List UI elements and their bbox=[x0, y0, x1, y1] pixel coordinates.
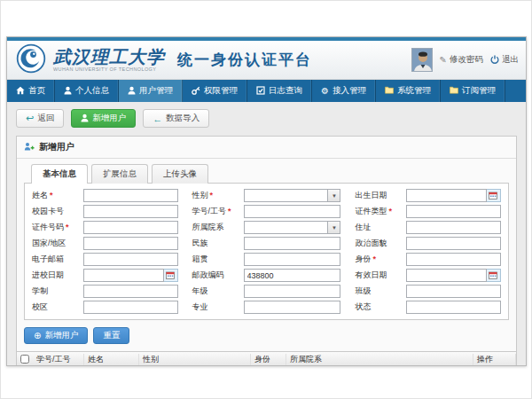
field-status: 状态* bbox=[355, 301, 501, 314]
reset-button[interactable]: 重置 bbox=[93, 327, 129, 344]
email-input[interactable] bbox=[83, 253, 178, 266]
power-icon bbox=[490, 55, 499, 66]
nav-tab-personal-info[interactable]: 个人信息 bbox=[55, 80, 119, 102]
back-button[interactable]: ↩ 返回 bbox=[16, 109, 64, 128]
basic-info-form: 姓名* 性别* ▼ 出生日期* 校园卡号* 学号/工号* bbox=[24, 183, 509, 320]
logout-link[interactable]: 退出 bbox=[490, 54, 519, 66]
nav-label: 权限管理 bbox=[204, 85, 238, 97]
user-plus-icon bbox=[81, 113, 89, 124]
add-user-submit-button[interactable]: ⊕ 新增用户 bbox=[24, 327, 88, 344]
ethnicity-input[interactable] bbox=[244, 237, 341, 250]
university-name-en: WUHAN UNIVERSITY OF TECHNOLOGY bbox=[53, 67, 165, 73]
field-campus: 校区* bbox=[32, 301, 178, 314]
class-input[interactable] bbox=[406, 285, 501, 298]
field-department: 所属院系* ▼ bbox=[192, 221, 341, 234]
calendar-icon[interactable] bbox=[487, 189, 501, 202]
clipboard-check-icon bbox=[256, 86, 265, 97]
form-actions: ⊕ 新增用户 重置 bbox=[17, 320, 516, 351]
back-arrow-icon: ↩ bbox=[26, 113, 34, 124]
name-input[interactable] bbox=[83, 189, 178, 202]
back-label: 返回 bbox=[37, 113, 54, 124]
nav-tab-user-management[interactable]: 用户管理 bbox=[119, 80, 183, 102]
nav-label: 首页 bbox=[28, 85, 45, 97]
add-user-label: 新增用户 bbox=[92, 113, 126, 124]
tab-upload-avatar[interactable]: 上传头像 bbox=[152, 164, 208, 184]
identity-input[interactable] bbox=[406, 253, 501, 266]
gender-select[interactable] bbox=[244, 189, 329, 202]
campus-input[interactable] bbox=[83, 301, 178, 314]
user-icon bbox=[64, 86, 72, 97]
student-id-input[interactable] bbox=[244, 205, 341, 218]
change-password-label: 修改密码 bbox=[450, 54, 483, 66]
chevron-down-icon[interactable]: ▼ bbox=[328, 221, 340, 234]
field-education-length: 学制* bbox=[32, 285, 178, 298]
grade-input[interactable] bbox=[244, 285, 341, 298]
nav-tab-home[interactable]: 首页 bbox=[7, 80, 55, 102]
field-grade: 年级* bbox=[192, 285, 341, 298]
field-id-type: 证件类型* bbox=[355, 205, 501, 218]
valid-date-input[interactable] bbox=[406, 269, 487, 282]
reset-label: 重置 bbox=[103, 330, 120, 341]
add-user-toolbar-button[interactable]: 新增用户 bbox=[71, 109, 136, 128]
field-identity: 身份* bbox=[355, 253, 501, 266]
native-place-input[interactable] bbox=[244, 253, 341, 266]
id-type-input[interactable] bbox=[406, 205, 501, 218]
major-input[interactable] bbox=[244, 301, 341, 314]
calendar-icon[interactable] bbox=[487, 269, 501, 282]
status-input[interactable] bbox=[406, 301, 501, 314]
nav-label: 个人信息 bbox=[75, 85, 109, 97]
content-area: ↩ 返回 新增用户 ← 数据导入 新增用户 基本信息 扩展信息 bbox=[7, 102, 526, 365]
column-header-department: 所属院系 bbox=[286, 354, 473, 365]
gear-icon: ⚙ bbox=[321, 87, 329, 96]
postal-code-input[interactable] bbox=[244, 269, 341, 282]
import-arrow-icon: ← bbox=[153, 113, 162, 124]
nav-label: 系统管理 bbox=[397, 85, 431, 97]
main-navbar: 首页 个人信息 用户管理 权限管理 日志查询 ⚙ 接入管理 系统管理 订阅管理 bbox=[7, 80, 526, 102]
field-id-number: 证件号码* bbox=[32, 221, 178, 234]
panel-header: 新增用户 bbox=[17, 137, 516, 159]
department-select[interactable] bbox=[244, 221, 329, 234]
panel-tabs: 基本信息 扩展信息 上传头像 bbox=[17, 159, 516, 183]
select-all-checkbox[interactable] bbox=[20, 355, 29, 364]
column-header-student-id: 学号/工号 bbox=[33, 354, 84, 365]
birth-date-input[interactable] bbox=[406, 189, 487, 202]
folder-icon bbox=[385, 86, 394, 96]
field-address: 住址* bbox=[355, 221, 501, 234]
user-icon bbox=[128, 86, 136, 97]
nav-label: 订阅管理 bbox=[462, 85, 496, 97]
political-status-input[interactable] bbox=[406, 237, 501, 250]
field-entry-date: 进校日期* bbox=[32, 269, 178, 282]
user-avatar[interactable] bbox=[411, 48, 433, 72]
nav-tab-system-management[interactable]: 系统管理 bbox=[376, 80, 441, 102]
key-icon bbox=[192, 86, 200, 97]
select-all-checkbox-cell bbox=[17, 355, 33, 364]
nav-tab-log-query[interactable]: 日志查询 bbox=[247, 80, 312, 102]
app-window: 武汉理工大学 WUHAN UNIVERSITY OF TECHNOLOGY 统一… bbox=[6, 36, 527, 366]
nav-tab-permission-management[interactable]: 权限管理 bbox=[183, 80, 247, 102]
field-ethnicity: 民族* bbox=[192, 237, 341, 250]
education-length-input[interactable] bbox=[83, 285, 178, 298]
tab-extended-info[interactable]: 扩展信息 bbox=[91, 164, 148, 184]
field-country: 国家/地区* bbox=[32, 237, 178, 250]
university-name: 武汉理工大学 WUHAN UNIVERSITY OF TECHNOLOGY bbox=[53, 48, 165, 73]
column-header-operation: 操作 bbox=[473, 354, 516, 365]
data-import-label: 数据导入 bbox=[166, 113, 200, 124]
entry-date-input[interactable] bbox=[83, 269, 164, 282]
field-gender: 性别* ▼ bbox=[192, 189, 341, 202]
nav-label: 接入管理 bbox=[332, 85, 366, 97]
data-import-button[interactable]: ← 数据导入 bbox=[143, 109, 209, 128]
address-input[interactable] bbox=[406, 221, 501, 234]
chevron-down-icon[interactable]: ▼ bbox=[328, 189, 340, 202]
change-password-link[interactable]: ✎ 修改密码 bbox=[440, 54, 483, 66]
nav-tab-subscription-management[interactable]: 订阅管理 bbox=[441, 80, 505, 102]
field-postal-code: 邮政编码* bbox=[192, 269, 341, 282]
university-name-cn: 武汉理工大学 bbox=[53, 48, 165, 66]
calendar-icon[interactable] bbox=[164, 269, 178, 282]
country-input[interactable] bbox=[83, 237, 178, 250]
id-number-input[interactable] bbox=[83, 221, 178, 234]
campus-card-input[interactable] bbox=[83, 205, 178, 218]
field-political-status: 政治面貌* bbox=[355, 237, 501, 250]
tab-basic-info[interactable]: 基本信息 bbox=[31, 164, 88, 184]
column-header-gender: 性别 bbox=[139, 354, 251, 365]
nav-tab-access-management[interactable]: ⚙ 接入管理 bbox=[312, 80, 376, 102]
